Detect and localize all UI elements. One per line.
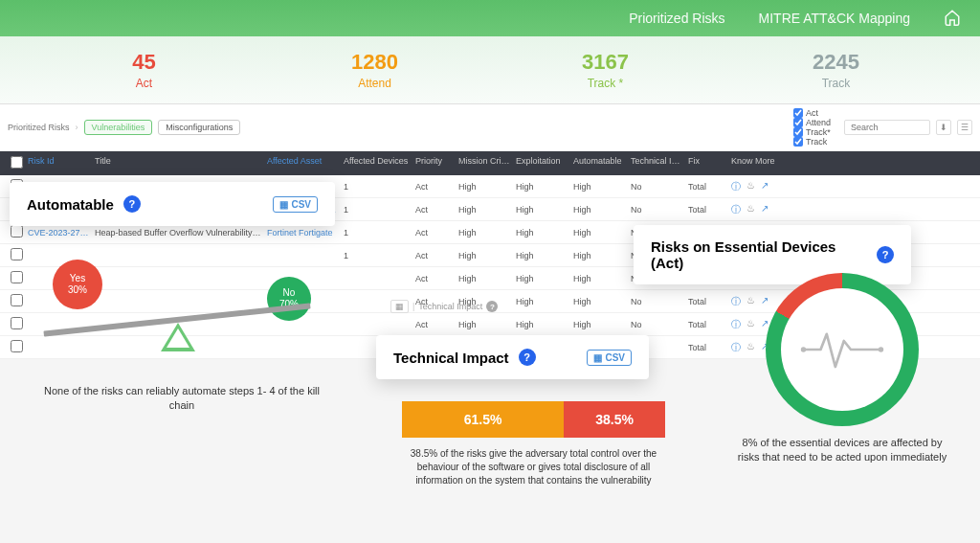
fire-icon[interactable]: ♨ [746, 180, 755, 193]
essential-title: Risks on Essential Devices (Act) [651, 238, 867, 271]
automatable-chart: Yes30% No70% None of the risks can relia… [38, 235, 325, 414]
column-header[interactable] [8, 156, 25, 170]
partial-segment: 61.5% [402, 401, 564, 438]
automatable-title: Automatable [27, 196, 114, 213]
column-header[interactable]: Exploitation [513, 156, 570, 170]
table-header: Risk IdTitleAffected AssetAffected Devic… [0, 151, 980, 175]
automatable-card-header: Automatable ? ▦ CSV [10, 182, 335, 226]
row-checkbox[interactable] [11, 294, 23, 306]
filter-checkbox[interactable]: Attend [793, 118, 831, 127]
help-icon[interactable]: ? [519, 349, 536, 366]
tab-vulnerabilities[interactable]: Vulnerabilities [84, 120, 153, 135]
open-icon[interactable]: ↗ [761, 180, 768, 193]
technical-impact-chart: 61.5% 38.5% 38.5% of the risks give the … [402, 388, 665, 487]
summary-card[interactable]: 1280Attend [259, 50, 490, 90]
column-header[interactable]: Affected Asset [264, 156, 341, 170]
download-icon[interactable]: ⬇ [936, 120, 951, 135]
total-segment: 38.5% [564, 401, 665, 438]
technical-impact-card: Technical Impact ? ▦ CSV [376, 335, 649, 379]
export-csv-button[interactable]: ▦ CSV [587, 350, 632, 366]
row-checkbox[interactable] [11, 271, 23, 283]
automatable-caption: None of the risks can reliably automate … [38, 384, 325, 414]
essential-donut-chart: 8% of the essential devices are affected… [737, 273, 947, 465]
column-header[interactable]: Affected Devices [341, 156, 412, 170]
row-checkbox[interactable] [11, 317, 23, 329]
column-header[interactable]: Automatable [570, 156, 628, 170]
tab-misconfigurations[interactable]: Misconfigurations [158, 120, 240, 135]
filter-checkbox[interactable]: Act [793, 108, 831, 118]
nav-mitre-mapping[interactable]: MITRE ATT&CK Mapping [759, 11, 910, 26]
grid-icon[interactable]: ▦ [390, 300, 409, 313]
help-icon[interactable]: ? [123, 195, 141, 213]
pulse-icon [799, 316, 885, 383]
column-header[interactable]: Title [92, 156, 264, 170]
export-csv-button[interactable]: ▦ CSV [273, 196, 318, 213]
summary-card[interactable]: 45Act [29, 50, 259, 90]
open-icon[interactable]: ↗ [761, 203, 768, 216]
technical-title: Technical Impact [393, 350, 509, 366]
row-checkbox[interactable] [11, 248, 23, 260]
svg-point-1 [879, 347, 883, 351]
column-header[interactable]: Know More [728, 156, 781, 170]
yes-ball: Yes30% [53, 260, 102, 309]
help-icon[interactable]: ? [486, 301, 498, 312]
breadcrumb: Prioritized Risks [8, 123, 70, 132]
summary-bar: 45Act1280Attend3167Track *2245Track [0, 36, 980, 104]
sub-toolbar: ▦ | Technical Impact ? [390, 300, 498, 313]
row-checkbox[interactable] [11, 225, 23, 238]
filter-checkbox[interactable]: Track [793, 137, 831, 147]
column-header[interactable]: Mission Critical [456, 156, 513, 170]
technical-caption: 38.5% of the risks give the adversary to… [402, 447, 665, 487]
svg-point-0 [801, 347, 806, 351]
home-icon[interactable] [944, 9, 961, 29]
fire-icon[interactable]: ♨ [746, 203, 755, 216]
column-header[interactable]: Fix [685, 156, 728, 170]
columns-icon[interactable]: ☰ [957, 120, 972, 135]
help-icon[interactable]: ? [877, 246, 894, 263]
row-checkbox[interactable] [11, 340, 23, 352]
filter-checkbox[interactable]: Track* [793, 127, 831, 137]
select-all-checkbox[interactable] [11, 156, 23, 169]
summary-card[interactable]: 3167Track * [490, 50, 721, 90]
info-icon[interactable]: ⓘ [731, 180, 741, 193]
essential-caption: 8% of the essential devices are affected… [737, 436, 947, 465]
column-header[interactable]: Priority [412, 156, 456, 170]
nav-prioritized-risks[interactable]: Prioritized Risks [629, 11, 724, 26]
search-input[interactable] [844, 120, 930, 135]
info-icon[interactable]: ⓘ [731, 203, 741, 216]
top-nav: Prioritized Risks MITRE ATT&CK Mapping [0, 0, 980, 36]
column-header[interactable]: Risk Id [25, 156, 92, 170]
table-toolbar: Prioritized Risks › Vulnerabilities Misc… [0, 104, 980, 151]
column-header[interactable]: Technical Im... [628, 156, 685, 170]
no-ball: No70% [267, 277, 311, 321]
summary-card[interactable]: 2245Track [721, 50, 951, 90]
